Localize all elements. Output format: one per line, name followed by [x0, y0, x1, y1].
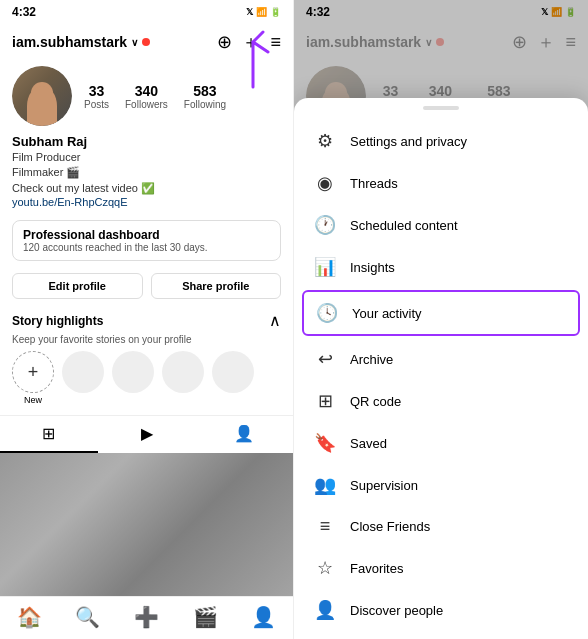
bio-line2: Filmmaker 🎬: [12, 165, 281, 180]
sheet-handle: [423, 106, 459, 110]
sheet-item-insights[interactable]: 📊Insights: [294, 246, 588, 288]
sheet-item-icon-0: ⚙: [314, 130, 336, 152]
sheet-item-favorites[interactable]: ☆Favorites: [294, 547, 588, 589]
story-subtitle: Keep your favorite stories on your profi…: [12, 334, 281, 345]
followers-stat: 340 Followers: [125, 83, 168, 110]
share-profile-button[interactable]: Share profile: [151, 273, 282, 299]
following-label: Following: [184, 99, 226, 110]
sheet-item-label-9: Close Friends: [350, 519, 430, 534]
story-circle-2[interactable]: [112, 351, 154, 393]
story-new-label: New: [24, 395, 42, 405]
story-circle-4[interactable]: [212, 351, 254, 393]
sheet-item-label-1: Threads: [350, 176, 398, 191]
profile-header: iam.subhamstark ∨ ⊕ ＋ ≡: [0, 24, 293, 60]
story-section: Story highlights ∧ Keep your favorite st…: [0, 305, 293, 411]
sheet-item-settings-and-privacy[interactable]: ⚙Settings and privacy: [294, 120, 588, 162]
dashboard-sub: 120 accounts reached in the last 30 days…: [23, 242, 270, 253]
posts-grid-background: [0, 453, 293, 596]
sheet-item-discover-people[interactable]: 👤Discover people: [294, 589, 588, 631]
story-circle-3[interactable]: [162, 351, 204, 393]
profile-link[interactable]: youtu.be/En-RhpCzqqE: [12, 196, 281, 208]
add-story-button[interactable]: +: [12, 351, 54, 393]
nav-profile[interactable]: 👤: [251, 605, 276, 629]
posts-stat: 33 Posts: [84, 83, 109, 110]
sheet-item-scheduled-content[interactable]: 🕐Scheduled content: [294, 204, 588, 246]
sheet-item-icon-5: ↩: [314, 348, 336, 370]
posts-grid: [0, 453, 293, 596]
followers-label: Followers: [125, 99, 168, 110]
nav-reels[interactable]: 🎬: [193, 605, 218, 629]
battery-icon: 🔋: [270, 7, 281, 17]
nav-home[interactable]: 🏠: [17, 605, 42, 629]
sheet-item-qr-code[interactable]: ⊞QR code: [294, 380, 588, 422]
followers-count: 340: [135, 83, 158, 99]
sheet-item-close-friends[interactable]: ≡Close Friends: [294, 506, 588, 547]
nav-add[interactable]: ➕: [134, 605, 159, 629]
right-panel: 4:32 𝕏 📶 🔋 iam.subhamstark ∨ ⊕ ＋ ≡: [294, 0, 588, 639]
threads-icon[interactable]: ⊕: [217, 31, 232, 53]
nav-search[interactable]: 🔍: [75, 605, 100, 629]
professional-dashboard[interactable]: Professional dashboard 120 accounts reac…: [12, 220, 281, 261]
story-title: Story highlights: [12, 314, 103, 328]
time-display: 4:32: [12, 5, 36, 19]
sheet-item-icon-1: ◉: [314, 172, 336, 194]
bottom-nav: 🏠 🔍 ➕ 🎬 👤: [0, 596, 293, 639]
tabs-row: ⊞ ▶ 👤: [0, 415, 293, 453]
tab-tagged[interactable]: 👤: [195, 416, 293, 453]
status-bar: 4:32 𝕏 📶 🔋: [0, 0, 293, 24]
username-text: iam.subhamstark: [12, 34, 127, 50]
tab-grid[interactable]: ⊞: [0, 416, 98, 453]
sheet-item-label-5: Archive: [350, 352, 393, 367]
sheet-item-icon-9: ≡: [314, 516, 336, 537]
story-header: Story highlights ∧: [12, 311, 281, 330]
chevron-up-icon: ∧: [269, 311, 281, 330]
following-stat: 583 Following: [184, 83, 226, 110]
avatar: [12, 66, 72, 126]
sheet-item-icon-11: 👤: [314, 599, 336, 621]
sheet-item-supervision[interactable]: 👥Supervision: [294, 464, 588, 506]
twitter-icon: 𝕏: [246, 7, 253, 17]
profile-name: Subham Raj: [12, 134, 281, 149]
sheet-item-icon-8: 👥: [314, 474, 336, 496]
signal-icon: 📶: [256, 7, 267, 17]
edit-profile-button[interactable]: Edit profile: [12, 273, 143, 299]
following-count: 583: [193, 83, 216, 99]
sheet-items-container: ⚙Settings and privacy◉Threads🕐Scheduled …: [294, 120, 588, 631]
menu-icon[interactable]: ≡: [270, 32, 281, 53]
sheet-item-label-4: Your activity: [352, 306, 422, 321]
sheet-item-icon-10: ☆: [314, 557, 336, 579]
sheet-item-saved[interactable]: 🔖Saved: [294, 422, 588, 464]
sheet-item-label-6: QR code: [350, 394, 401, 409]
bio-line3: Check out my latest video ✅: [12, 181, 281, 196]
verified-dot: [142, 38, 150, 46]
dashboard-title: Professional dashboard: [23, 228, 270, 242]
sheet-item-label-0: Settings and privacy: [350, 134, 467, 149]
chevron-down-icon: ∨: [131, 37, 138, 48]
sheet-item-icon-3: 📊: [314, 256, 336, 278]
sheet-item-your-activity[interactable]: 🕓Your activity: [302, 290, 580, 336]
story-row: + New: [12, 351, 281, 405]
posts-count: 33: [89, 83, 105, 99]
header-icons: ⊕ ＋ ≡: [217, 30, 281, 54]
add-icon[interactable]: ＋: [242, 30, 260, 54]
bottom-sheet: ⚙Settings and privacy◉Threads🕐Scheduled …: [294, 98, 588, 639]
stats-row: 33 Posts 340 Followers 583 Following: [84, 83, 226, 110]
sheet-item-label-10: Favorites: [350, 561, 403, 576]
bio-line1: Film Producer: [12, 150, 281, 165]
profile-section: 33 Posts 340 Followers 583 Following Sub…: [0, 60, 293, 214]
sheet-item-label-2: Scheduled content: [350, 218, 458, 233]
sheet-item-icon-2: 🕐: [314, 214, 336, 236]
sheet-item-archive[interactable]: ↩Archive: [294, 338, 588, 380]
sheet-item-threads[interactable]: ◉Threads: [294, 162, 588, 204]
sheet-item-icon-4: 🕓: [316, 302, 338, 324]
profile-top: 33 Posts 340 Followers 583 Following: [12, 66, 281, 126]
username-row[interactable]: iam.subhamstark ∨: [12, 34, 150, 50]
status-icons: 𝕏 📶 🔋: [246, 7, 281, 17]
sheet-item-label-11: Discover people: [350, 603, 443, 618]
story-circle-1[interactable]: [62, 351, 104, 393]
sheet-item-label-8: Supervision: [350, 478, 418, 493]
sheet-item-label-3: Insights: [350, 260, 395, 275]
action-buttons: Edit profile Share profile: [0, 267, 293, 305]
sheet-item-icon-7: 🔖: [314, 432, 336, 454]
tab-reels[interactable]: ▶: [98, 416, 196, 453]
